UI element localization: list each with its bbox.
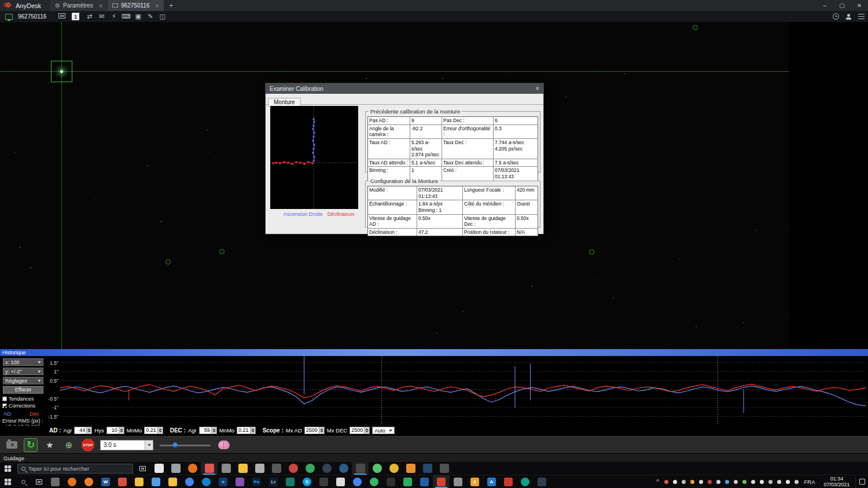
- app-icon[interactable]: [416, 475, 433, 488]
- app-icon[interactable]: [167, 462, 184, 475]
- dec-minmove-spinner[interactable]: 0.21: [237, 427, 256, 434]
- powershell-icon[interactable]: >: [215, 475, 231, 488]
- app-icon[interactable]: [382, 475, 399, 488]
- folder-icon[interactable]: [131, 475, 148, 488]
- spinner-arrows[interactable]: [250, 427, 255, 434]
- dialog-titlebar[interactable]: Examiner Calibration ×: [266, 83, 543, 94]
- tray-icon[interactable]: [731, 480, 740, 484]
- loop-exposures-button[interactable]: ↻: [24, 438, 38, 452]
- session-monitor-icon[interactable]: [5, 14, 13, 20]
- whiteboard-icon[interactable]: ✎: [144, 11, 156, 22]
- chrome-icon[interactable]: [349, 475, 366, 488]
- app-icon[interactable]: [335, 462, 352, 475]
- dec-guide-mode-select[interactable]: Auto: [372, 427, 395, 434]
- search-input[interactable]: [28, 465, 121, 472]
- app-icon[interactable]: [114, 475, 131, 488]
- new-tab-button[interactable]: +: [164, 0, 178, 11]
- local-start-button[interactable]: [0, 475, 16, 488]
- pen-app-icon[interactable]: [332, 475, 349, 488]
- gamma-slider[interactable]: [159, 440, 212, 450]
- dialog-close-button[interactable]: ×: [535, 85, 539, 93]
- tray-icon[interactable]: [792, 480, 801, 484]
- app-icon[interactable]: [198, 475, 215, 488]
- tray-icon[interactable]: [714, 480, 723, 484]
- chrome-icon[interactable]: [181, 475, 198, 488]
- spinner-arrows[interactable]: [119, 427, 124, 434]
- tab-close-icon[interactable]: ×: [99, 2, 102, 9]
- app-icon[interactable]: A: [466, 475, 483, 488]
- menu-icon[interactable]: [858, 14, 865, 19]
- sharpcap-icon[interactable]: [301, 462, 318, 475]
- spinner-arrows[interactable]: [157, 427, 163, 434]
- keyboard-icon[interactable]: ⌨: [120, 11, 132, 22]
- app-icon[interactable]: [251, 462, 268, 475]
- corrections-checkbox[interactable]: [2, 403, 7, 408]
- exposure-select[interactable]: 3.0 s: [100, 440, 153, 450]
- app-icon[interactable]: A: [483, 475, 500, 488]
- tray-icon[interactable]: [688, 480, 697, 484]
- connection-info-icon[interactable]: [833, 13, 839, 20]
- guide-button[interactable]: ⊕: [62, 438, 76, 452]
- close-button[interactable]: ✕: [851, 0, 868, 11]
- camera-app-icon[interactable]: [218, 462, 234, 475]
- spinner-arrows[interactable]: [319, 427, 324, 434]
- slider-thumb[interactable]: [172, 442, 178, 447]
- tab-session[interactable]: 962750116 ×: [108, 0, 164, 11]
- minimize-button[interactable]: –: [816, 0, 833, 11]
- actions-icon[interactable]: ⚡: [108, 11, 120, 22]
- tray-expand-button[interactable]: ^: [653, 479, 662, 485]
- spinner-arrows[interactable]: [364, 427, 369, 434]
- app-icon[interactable]: [385, 462, 402, 475]
- tab-close-icon[interactable]: ×: [155, 2, 159, 9]
- remote-start-button[interactable]: [0, 462, 16, 475]
- file-explorer-icon[interactable]: [234, 462, 251, 475]
- camera-button[interactable]: [5, 438, 19, 452]
- auto-select-star-button[interactable]: ★: [43, 438, 57, 452]
- screenshot-icon[interactable]: ◫: [156, 11, 168, 22]
- tab-parametres[interactable]: ⚙ Paramètres ×: [50, 0, 107, 11]
- max-dec-spinner[interactable]: 2500: [350, 427, 370, 434]
- skype-icon[interactable]: S: [299, 475, 315, 488]
- tray-icon[interactable]: [679, 480, 688, 484]
- app-icon[interactable]: [366, 475, 382, 488]
- tray-icon[interactable]: [697, 480, 705, 484]
- trendlines-checkbox[interactable]: [2, 397, 7, 401]
- firefox-icon[interactable]: [184, 462, 201, 475]
- y-scale-select[interactable]: y: +/-2": [3, 368, 43, 375]
- brain-settings-button[interactable]: [217, 438, 231, 452]
- tray-icon[interactable]: [662, 480, 671, 484]
- display-settings-icon[interactable]: ▣: [132, 11, 144, 22]
- vlc-icon[interactable]: [80, 475, 97, 488]
- app-icon[interactable]: [47, 475, 64, 488]
- settings-select[interactable]: Réglages: [3, 377, 43, 384]
- stop-button[interactable]: STOP: [81, 438, 95, 452]
- notification-center-button[interactable]: [855, 475, 868, 488]
- x-scale-select[interactable]: x: 100: [3, 358, 43, 366]
- phd2-icon[interactable]: [201, 462, 218, 475]
- language-indicator[interactable]: FRA: [801, 479, 818, 485]
- photoshop-icon[interactable]: Ps: [248, 475, 265, 488]
- app-icon[interactable]: [402, 462, 419, 475]
- app-icon[interactable]: [419, 462, 436, 475]
- notepad-icon[interactable]: [150, 462, 167, 475]
- taskbar-clock[interactable]: 01:34 07/03/2021: [818, 476, 855, 487]
- maximize-button[interactable]: ▢: [833, 0, 851, 11]
- tray-icon[interactable]: [671, 480, 679, 484]
- monitor-1-button[interactable]: 1: [72, 13, 79, 20]
- word-icon[interactable]: W: [97, 475, 114, 488]
- color-wheel-icon[interactable]: [285, 462, 301, 475]
- history-caption[interactable]: Historique: [0, 349, 868, 356]
- tray-icon[interactable]: [757, 480, 766, 484]
- max-ra-spinner[interactable]: 2500: [304, 427, 325, 434]
- spinner-arrows[interactable]: [211, 427, 216, 434]
- stellarium-icon[interactable]: [369, 462, 385, 475]
- remote-task-view-button[interactable]: [135, 462, 150, 475]
- tray-icon[interactable]: [723, 480, 731, 484]
- app-icon[interactable]: [436, 462, 453, 475]
- app-icon[interactable]: [517, 475, 534, 488]
- tray-icon[interactable]: [749, 480, 757, 484]
- file-transfer-icon[interactable]: ⇄: [83, 11, 95, 22]
- lightroom-icon[interactable]: Lr: [265, 475, 282, 488]
- chat-icon[interactable]: ✉: [95, 11, 108, 22]
- app-icon[interactable]: [352, 462, 369, 475]
